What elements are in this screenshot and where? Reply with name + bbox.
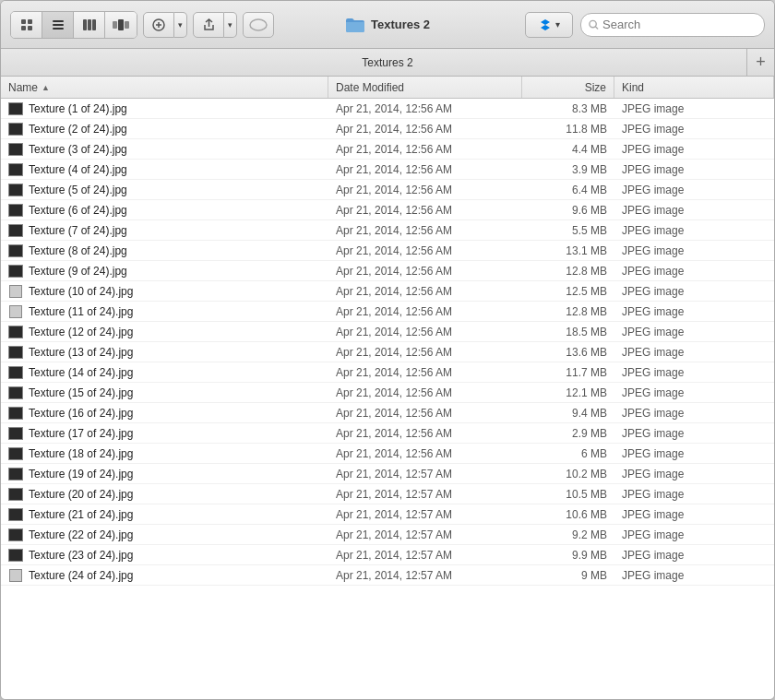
table-row[interactable]: Texture (22 of 24).jpg Apr 21, 2014, 12:…	[1, 525, 774, 545]
file-thumbnail	[8, 446, 23, 461]
table-row[interactable]: Texture (12 of 24).jpg Apr 21, 2014, 12:…	[1, 322, 774, 342]
icon-view-button[interactable]	[11, 12, 42, 38]
date-column-header[interactable]: Date Modified	[328, 77, 522, 98]
svg-rect-7	[83, 19, 87, 30]
file-name-cell: Texture (16 of 24).jpg	[1, 406, 328, 421]
folder-icon	[345, 17, 365, 33]
file-name-cell: Texture (8 of 24).jpg	[1, 243, 328, 258]
table-row[interactable]: Texture (13 of 24).jpg Apr 21, 2014, 12:…	[1, 342, 774, 362]
file-date-cell: Apr 21, 2014, 12:57 AM	[328, 508, 522, 521]
add-tab-button[interactable]: +	[746, 49, 774, 77]
svg-line-18	[595, 26, 598, 29]
path-label: Textures 2	[362, 56, 412, 69]
file-name-cell: Texture (10 of 24).jpg	[1, 284, 328, 299]
file-list[interactable]: Texture (1 of 24).jpg Apr 21, 2014, 12:5…	[1, 99, 774, 699]
file-size-cell: 6.4 MB	[522, 184, 614, 196]
size-column-header[interactable]: Size	[522, 77, 614, 98]
search-input[interactable]	[602, 18, 757, 31]
file-size-cell: 10.5 MB	[522, 488, 614, 501]
table-row[interactable]: Texture (20 of 24).jpg Apr 21, 2014, 12:…	[1, 484, 774, 504]
file-name-cell: Texture (5 of 24).jpg	[1, 183, 328, 197]
name-column-header[interactable]: Name ▲	[1, 77, 328, 98]
svg-rect-10	[113, 21, 117, 29]
file-date-cell: Apr 21, 2014, 12:56 AM	[328, 285, 522, 298]
file-kind-cell: JPEG image	[614, 204, 774, 217]
file-date-cell: Apr 21, 2014, 12:56 AM	[328, 123, 522, 136]
file-name-cell: Texture (24 of 24).jpg	[1, 568, 328, 583]
share-dropdown-arrow[interactable]: ▾	[224, 12, 237, 38]
file-thumbnail	[8, 162, 23, 177]
file-size-cell: 9.9 MB	[522, 549, 614, 562]
file-size-cell: 3.9 MB	[522, 163, 614, 176]
table-row[interactable]: Texture (14 of 24).jpg Apr 21, 2014, 12:…	[1, 362, 774, 383]
file-kind-cell: JPEG image	[614, 569, 774, 582]
action-button[interactable]	[143, 12, 174, 38]
action-dropdown-arrow[interactable]: ▾	[174, 12, 187, 38]
svg-rect-12	[125, 21, 129, 29]
table-row[interactable]: Texture (21 of 24).jpg Apr 21, 2014, 12:…	[1, 504, 774, 525]
kind-column-header[interactable]: Kind	[614, 77, 774, 98]
table-row[interactable]: Texture (23 of 24).jpg Apr 21, 2014, 12:…	[1, 545, 774, 565]
file-date-cell: Apr 21, 2014, 12:57 AM	[328, 528, 522, 541]
sort-arrow-icon: ▲	[42, 83, 50, 92]
file-thumbnail	[8, 345, 23, 360]
file-thumbnail	[8, 528, 23, 542]
table-row[interactable]: Texture (11 of 24).jpg Apr 21, 2014, 12:…	[1, 302, 774, 322]
file-date-cell: Apr 21, 2014, 12:56 AM	[328, 204, 522, 217]
table-row[interactable]: Texture (16 of 24).jpg Apr 21, 2014, 12:…	[1, 403, 774, 423]
table-row[interactable]: Texture (24 of 24).jpg Apr 21, 2014, 12:…	[1, 565, 774, 586]
table-row[interactable]: Texture (18 of 24).jpg Apr 21, 2014, 12:…	[1, 444, 774, 464]
table-row[interactable]: Texture (19 of 24).jpg Apr 21, 2014, 12:…	[1, 464, 774, 484]
table-row[interactable]: Texture (8 of 24).jpg Apr 21, 2014, 12:5…	[1, 241, 774, 261]
file-size-cell: 5.5 MB	[522, 224, 614, 237]
column-headers: Name ▲ Date Modified Size Kind	[1, 77, 774, 99]
file-kind-cell: JPEG image	[614, 265, 774, 278]
table-row[interactable]: Texture (7 of 24).jpg Apr 21, 2014, 12:5…	[1, 220, 774, 241]
file-date-cell: Apr 21, 2014, 12:57 AM	[328, 569, 522, 582]
table-row[interactable]: Texture (10 of 24).jpg Apr 21, 2014, 12:…	[1, 281, 774, 302]
share-button[interactable]	[193, 12, 224, 38]
file-name-cell: Texture (7 of 24).jpg	[1, 223, 328, 238]
coverflow-view-button[interactable]	[105, 12, 137, 38]
file-thumbnail	[8, 365, 23, 380]
file-name-cell: Texture (18 of 24).jpg	[1, 446, 328, 461]
table-row[interactable]: Texture (1 of 24).jpg Apr 21, 2014, 12:5…	[1, 99, 774, 119]
file-date-cell: Apr 21, 2014, 12:56 AM	[328, 102, 522, 115]
file-name-cell: Texture (14 of 24).jpg	[1, 365, 328, 380]
file-date-cell: Apr 21, 2014, 12:56 AM	[328, 346, 522, 359]
file-name-cell: Texture (15 of 24).jpg	[1, 386, 328, 400]
column-view-button[interactable]	[74, 12, 105, 38]
table-row[interactable]: Texture (5 of 24).jpg Apr 21, 2014, 12:5…	[1, 180, 774, 200]
table-row[interactable]: Texture (9 of 24).jpg Apr 21, 2014, 12:5…	[1, 261, 774, 281]
file-kind-cell: JPEG image	[614, 163, 774, 176]
file-size-cell: 10.2 MB	[522, 468, 614, 481]
search-box[interactable]	[580, 13, 765, 37]
svg-rect-0	[21, 19, 26, 24]
file-kind-cell: JPEG image	[614, 123, 774, 136]
file-date-cell: Apr 21, 2014, 12:57 AM	[328, 468, 522, 481]
table-row[interactable]: Texture (17 of 24).jpg Apr 21, 2014, 12:…	[1, 423, 774, 444]
file-kind-cell: JPEG image	[614, 184, 774, 196]
dropbox-button[interactable]: ▾	[525, 12, 573, 38]
file-size-cell: 12.8 MB	[522, 305, 614, 318]
table-row[interactable]: Texture (15 of 24).jpg Apr 21, 2014, 12:…	[1, 383, 774, 403]
table-row[interactable]: Texture (2 of 24).jpg Apr 21, 2014, 12:5…	[1, 119, 774, 139]
file-thumbnail	[8, 264, 23, 279]
list-view-button[interactable]	[42, 12, 74, 38]
tag-button[interactable]	[243, 12, 274, 38]
svg-point-17	[590, 20, 596, 27]
table-row[interactable]: Texture (3 of 24).jpg Apr 21, 2014, 12:5…	[1, 139, 774, 160]
table-row[interactable]: Texture (6 of 24).jpg Apr 21, 2014, 12:5…	[1, 200, 774, 220]
file-kind-cell: JPEG image	[614, 366, 774, 379]
file-kind-cell: JPEG image	[614, 407, 774, 420]
file-size-cell: 12.8 MB	[522, 265, 614, 278]
file-thumbnail	[8, 548, 23, 563]
file-kind-cell: JPEG image	[614, 488, 774, 501]
file-thumbnail	[8, 386, 23, 400]
file-thumbnail	[8, 426, 23, 441]
file-kind-cell: JPEG image	[614, 468, 774, 481]
file-size-cell: 11.8 MB	[522, 123, 614, 136]
file-thumbnail	[8, 284, 23, 299]
file-size-cell: 9.4 MB	[522, 407, 614, 420]
table-row[interactable]: Texture (4 of 24).jpg Apr 21, 2014, 12:5…	[1, 160, 774, 180]
